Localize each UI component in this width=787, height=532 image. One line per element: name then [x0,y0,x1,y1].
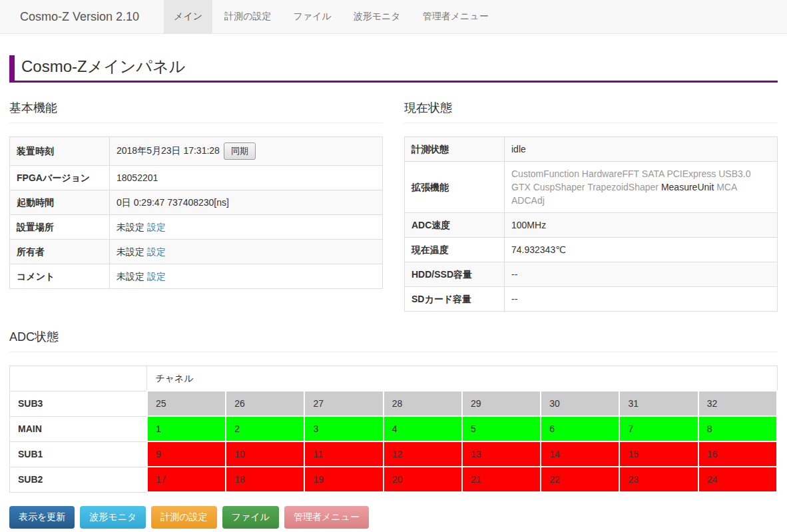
adc-channel-cell: 28 [384,391,462,416]
table-row: HDD/SSD容量 -- [405,262,778,287]
row-label: SDカード容量 [405,287,505,312]
nav-tab-main[interactable]: メイン [164,0,212,33]
row-label: ADC速度 [405,213,505,238]
current-status-section: 現在状態 計測状態 idle 拡張機能 CustomFunction Hardw… [404,83,778,312]
adc-channel-cell: 11 [304,441,383,467]
table-row: 計測状態 idle [405,137,778,162]
features-dark-text: MeasureUnit [661,182,714,192]
comment-value: 未設定 設定 [110,264,383,289]
sd-card-capacity-value: -- [505,287,778,312]
adc-channel-cell: 7 [619,416,698,441]
adc-channel-cell: 17 [147,467,226,492]
location-value: 未設定 設定 [110,215,383,240]
channel-header-cell: チャネル [147,366,777,392]
measure-settings-button[interactable]: 計測の設定 [151,506,216,529]
current-status-table: 計測状態 idle 拡張機能 CustomFunction HardwareFF… [404,136,778,312]
adc-channel-cell: 25 [147,391,226,416]
table-row: ADC速度 100MHz [405,213,778,238]
hdd-ssd-capacity-value: -- [505,262,778,287]
adc-corner-cell [10,366,147,392]
adc-channel-cell: 26 [226,391,304,416]
adc-channel-cell: 6 [541,416,619,441]
adc-channel-cell: 24 [698,467,777,492]
temperature-value: 74.932343℃ [505,238,778,262]
owner-text: 未設定 [117,246,144,257]
adc-channel-cell: 9 [147,441,226,467]
basic-functions-table: 装置時刻 2018年5月23日 17:31:28同期 FPGAバージョン 180… [9,136,383,289]
admin-menu-button[interactable]: 管理者メニュー [284,506,369,529]
adc-row-sub3: SUB3 25 26 27 28 29 30 31 32 [10,391,778,416]
adc-row-label: SUB3 [10,391,147,416]
table-row: 所有者 未設定 設定 [10,240,383,264]
adc-channel-cell: 29 [462,391,541,416]
app-brand[interactable]: Cosmo-Z Version 2.10 [0,0,149,33]
files-button[interactable]: ファイル [222,506,279,529]
row-label: 所有者 [10,240,110,264]
adc-status-table: チャネル SUB3 25 26 27 28 29 30 31 32 MAIN 1… [9,366,778,493]
basic-functions-heading: 基本機能 [9,100,383,123]
adc-row-sub2: SUB2 17 18 19 20 21 22 23 24 [10,467,778,492]
table-row: 起動時間 0日 0:29:47 737408230[ns] [10,190,383,215]
device-time-text: 2018年5月23日 17:31:28 [117,145,220,156]
adc-channel-cell: 30 [541,391,619,416]
adc-row-label: MAIN [10,416,147,441]
nav-tab-measure-settings[interactable]: 計測の設定 [214,0,281,33]
refresh-display-button[interactable]: 表示を更新 [9,506,75,529]
adc-channel-cell: 12 [384,441,462,467]
adc-channel-cell: 27 [304,391,383,416]
adc-channel-cell: 20 [384,467,462,492]
adc-channel-cell: 21 [462,467,541,492]
adc-channel-cell: 14 [541,441,619,467]
comment-text: 未設定 [117,271,144,282]
set-comment-link[interactable]: 設定 [147,271,166,282]
nav-tab-files[interactable]: ファイル [283,0,341,33]
table-row: 設置場所 未設定 設定 [10,215,383,240]
adc-row-sub1: SUB1 9 10 11 12 13 14 15 16 [10,441,778,467]
set-location-link[interactable]: 設定 [147,222,166,232]
table-row: 装置時刻 2018年5月23日 17:31:28同期 [10,137,383,166]
adc-channel-cell: 18 [226,467,304,492]
adc-channel-cell: 4 [384,416,462,441]
table-row: FPGAバージョン 18052201 [10,166,383,190]
fpga-version-value: 18052201 [110,166,383,190]
waveform-monitor-button[interactable]: 波形モニタ [80,506,146,529]
adc-channel-cell: 10 [226,441,304,467]
set-owner-link[interactable]: 設定 [147,246,166,257]
adc-channel-cell: 1 [147,416,226,441]
adc-row-main: MAIN 1 2 3 4 5 6 7 8 [10,416,778,441]
adc-row-label: SUB2 [10,467,147,492]
uptime-value: 0日 0:29:47 737408230[ns] [110,190,383,215]
owner-value: 未設定 設定 [110,240,383,264]
nav-tab-waveform-monitor[interactable]: 波形モニタ [344,0,411,33]
navbar: Cosmo-Z Version 2.10 メイン 計測の設定 ファイル 波形モニ… [0,0,787,34]
adc-speed-value: 100MHz [505,213,778,238]
table-row: 現在温度 74.932343℃ [405,238,778,262]
adc-channel-cell: 31 [619,391,698,416]
extension-features-value: CustomFunction HardwareFFT SATA PCIExpre… [505,162,778,213]
adc-channel-cell: 16 [698,441,777,467]
adc-channel-cell: 13 [462,441,541,467]
row-label: HDD/SSD容量 [405,262,505,287]
adc-channel-cell: 8 [698,416,777,441]
adc-header-row: チャネル [10,366,778,392]
sync-button[interactable]: 同期 [224,142,256,160]
action-button-bar: 表示を更新 波形モニタ 計測の設定 ファイル 管理者メニュー [9,506,778,529]
row-label: 現在温度 [405,238,505,262]
main-content: Cosmo-Zメインパネル 基本機能 装置時刻 2018年5月23日 17:31… [0,55,787,532]
row-label: FPGAバージョン [10,166,110,190]
adc-channel-cell: 2 [226,416,304,441]
features-muted-text: CustomFunction HardwareFFT SATA PCIExpre… [511,168,750,192]
adc-status-heading: ADC状態 [9,329,778,352]
adc-channel-cell: 19 [304,467,383,492]
current-status-heading: 現在状態 [404,100,778,123]
adc-channel-cell: 3 [304,416,383,441]
adc-row-label: SUB1 [10,441,147,467]
nav-tab-admin-menu[interactable]: 管理者メニュー [413,0,499,33]
adc-channel-cell: 23 [619,467,698,492]
location-text: 未設定 [117,222,144,232]
adc-channel-cell: 32 [698,391,777,416]
table-row: SDカード容量 -- [405,287,778,312]
table-row: 拡張機能 CustomFunction HardwareFFT SATA PCI… [405,162,778,213]
page-title: Cosmo-Zメインパネル [9,55,778,83]
device-time-value: 2018年5月23日 17:31:28同期 [110,137,383,166]
